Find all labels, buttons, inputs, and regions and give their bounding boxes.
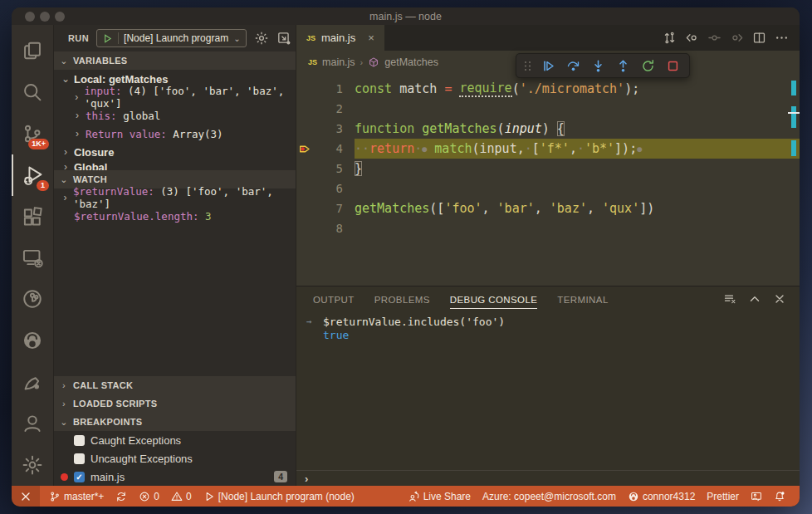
- checkbox[interactable]: [74, 453, 85, 464]
- close-tab-icon[interactable]: ×: [368, 32, 374, 44]
- tree-row[interactable]: ›Closure: [54, 143, 296, 161]
- maximize-panel-button[interactable]: [748, 292, 761, 306]
- line-number: 4: [315, 142, 355, 155]
- activity-item-run-circle[interactable]: [12, 278, 53, 320]
- debug-sidebar: RUN [Node] Launch program ⌄ ⌄VARIABLES⌄L…: [53, 25, 296, 486]
- clear-console-button[interactable]: [723, 292, 736, 306]
- activity-badge: 1K+: [28, 139, 49, 149]
- checkbox[interactable]: ✓: [74, 472, 85, 482]
- sync-icon: [115, 491, 127, 502]
- status-git-branch[interactable]: master*+: [43, 486, 110, 507]
- tree-row[interactable]: ›$returnValue: (3) ['foo', 'bar', 'baz']: [54, 188, 296, 207]
- section-header-variables[interactable]: ⌄VARIABLES: [54, 51, 296, 70]
- drag-handle[interactable]: [521, 55, 535, 76]
- activity-item-explorer[interactable]: [12, 30, 53, 71]
- overview-ruler[interactable]: [788, 73, 800, 286]
- tab-main-js[interactable]: JS main.js ×: [296, 25, 384, 51]
- navigate-position-button[interactable]: [705, 28, 724, 47]
- tree-row[interactable]: ›Return value: Array(3): [54, 125, 296, 143]
- tree-row[interactable]: $returnValue.length: 3: [54, 207, 296, 225]
- tree-row[interactable]: ›Global: [54, 161, 296, 170]
- extensions-icon: [22, 206, 43, 228]
- breakpoint-count-badge: 4: [274, 471, 287, 482]
- activity-item-accounts[interactable]: [12, 403, 53, 444]
- breadcrumb-file[interactable]: main.js: [322, 56, 355, 68]
- panel-tab-output[interactable]: OUTPUT: [313, 290, 355, 308]
- code-line-4[interactable]: 4··return·● match(input,·['f*',·'b*']);●: [296, 139, 800, 159]
- symbol-method-icon: [368, 56, 379, 68]
- stop-button[interactable]: [661, 55, 684, 76]
- gutter[interactable]: 3: [296, 119, 355, 139]
- chevron-right-icon: ›: [59, 380, 69, 390]
- checkbox[interactable]: [74, 435, 85, 446]
- breakpoint-row[interactable]: Uncaught Exceptions: [54, 449, 296, 467]
- start-debugging-icon[interactable]: [102, 33, 113, 44]
- section-header-loaded-scripts[interactable]: ›LOADED SCRIPTS: [54, 394, 296, 413]
- status-errors[interactable]: 0: [133, 486, 165, 507]
- breakpoint-row[interactable]: Caught Exceptions: [54, 431, 296, 449]
- split-editor-button[interactable]: [750, 28, 769, 47]
- tree-row[interactable]: ›input: (4) ['foo', 'bar', 'baz', 'qux']: [54, 88, 296, 106]
- code-line-6[interactable]: 6: [296, 179, 800, 198]
- gutter[interactable]: 2: [296, 99, 355, 119]
- section-header-call-stack[interactable]: ›CALL STACK: [54, 376, 296, 394]
- code-line-8[interactable]: 8: [296, 218, 800, 238]
- breakpoint-row[interactable]: ✓main.js4: [54, 467, 296, 486]
- panel-tab-terminal[interactable]: TERMINAL: [557, 290, 608, 308]
- overview-mark: [791, 81, 796, 95]
- chevron-right-icon: ›: [72, 110, 82, 121]
- code-line-1[interactable]: 1const match = require('./micromatch');: [296, 79, 800, 99]
- tree-row[interactable]: ›this: global: [54, 106, 296, 125]
- navigate-forward-button[interactable]: [727, 28, 746, 47]
- activity-item-settings[interactable]: [12, 444, 53, 486]
- debug-console-input[interactable]: ›: [296, 470, 800, 486]
- more-actions-button[interactable]: [772, 28, 791, 47]
- activity-item-extensions[interactable]: [12, 196, 53, 237]
- activity-item-gitlens[interactable]: [12, 361, 53, 403]
- step-out-button[interactable]: [611, 55, 634, 76]
- section-header-breakpoints[interactable]: ⌄BREAKPOINTS: [54, 413, 296, 431]
- line-number: 6: [315, 182, 355, 195]
- gear-icon[interactable]: [254, 31, 269, 46]
- code-line-2[interactable]: 2: [296, 99, 800, 119]
- activity-item-run-and-debug[interactable]: 1: [12, 154, 53, 196]
- status-github-account[interactable]: connor4312: [622, 486, 701, 507]
- gutter[interactable]: 5: [296, 159, 355, 179]
- open-changes-button[interactable]: [660, 28, 679, 47]
- close-panel-button[interactable]: [773, 292, 786, 306]
- code-line-3[interactable]: 3function getMatches(input) {: [296, 119, 800, 139]
- breadcrumb-symbol[interactable]: getMatches: [384, 56, 438, 68]
- status-warnings[interactable]: 0: [165, 486, 198, 507]
- status-azure-account[interactable]: Azure: copeet@microsoft.com: [477, 486, 622, 507]
- status-feedback[interactable]: [745, 486, 768, 507]
- panel-tab-problems[interactable]: PROBLEMS: [374, 290, 430, 308]
- navigate-back-button[interactable]: [682, 28, 702, 47]
- step-into-button[interactable]: [586, 55, 609, 76]
- gutter[interactable]: 8: [296, 218, 355, 238]
- gutter[interactable]: 1: [296, 79, 355, 99]
- status-prettier[interactable]: Prettier: [701, 486, 745, 507]
- continue-button[interactable]: [536, 55, 560, 76]
- status-remote-indicator[interactable]: [12, 486, 40, 507]
- activity-item-search[interactable]: [12, 71, 53, 113]
- status-notifications[interactable]: [768, 486, 791, 507]
- code-editor[interactable]: 1const match = require('./micromatch');2…: [296, 73, 800, 286]
- activity-item-github[interactable]: [12, 320, 53, 361]
- panel-tab-debug-console[interactable]: DEBUG CONSOLE: [450, 290, 538, 309]
- launch-config-dropdown[interactable]: [Node] Launch program ⌄: [96, 29, 246, 47]
- status-sync[interactable]: [110, 486, 133, 507]
- restart-button[interactable]: [636, 55, 659, 76]
- gutter[interactable]: 6: [296, 179, 355, 198]
- status-debug-session[interactable]: [Node] Launch program (node): [198, 486, 360, 507]
- step-over-button[interactable]: [561, 55, 585, 76]
- activity-item-remote-explorer[interactable]: [12, 237, 53, 279]
- gutter[interactable]: 4: [296, 139, 355, 159]
- status-live-share[interactable]: Live Share: [403, 486, 477, 507]
- open-debug-console-icon[interactable]: [276, 31, 291, 46]
- activity-item-source-control[interactable]: 1K+: [12, 113, 53, 154]
- code-line-5[interactable]: 5}: [296, 159, 800, 179]
- line-number: 8: [315, 222, 355, 235]
- gutter[interactable]: 7: [296, 198, 355, 218]
- js-file-icon: JS: [306, 34, 316, 42]
- code-line-7[interactable]: 7getMatches(['foo', 'bar', 'baz', 'qux']…: [296, 198, 800, 218]
